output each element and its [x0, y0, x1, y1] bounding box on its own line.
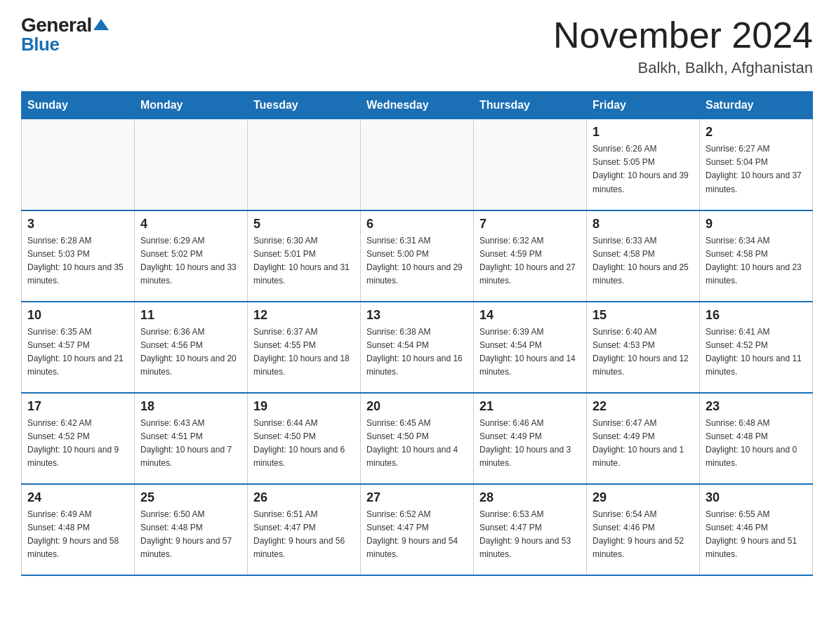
day-info: Sunrise: 6:45 AMSunset: 4:50 PMDaylight:…: [366, 417, 468, 471]
day-info: Sunrise: 6:40 AMSunset: 4:53 PMDaylight:…: [593, 326, 694, 380]
weekday-header-wednesday: Wednesday: [361, 92, 474, 119]
page-header: General Blue November 2024 Balkh, Balkh,…: [21, 14, 813, 77]
day-number: 23: [706, 399, 807, 414]
day-number: 2: [706, 125, 807, 140]
calendar-cell: 3Sunrise: 6:28 AMSunset: 5:03 PMDaylight…: [22, 210, 135, 302]
calendar-cell: 22Sunrise: 6:47 AMSunset: 4:49 PMDayligh…: [587, 393, 700, 484]
day-number: 21: [479, 399, 581, 414]
day-info: Sunrise: 6:32 AMSunset: 4:59 PMDaylight:…: [479, 234, 581, 288]
calendar-cell: 1Sunrise: 6:26 AMSunset: 5:05 PMDaylight…: [587, 119, 700, 210]
calendar-cell: 16Sunrise: 6:41 AMSunset: 4:52 PMDayligh…: [700, 302, 813, 393]
weekday-header-thursday: Thursday: [474, 92, 587, 119]
day-info: Sunrise: 6:47 AMSunset: 4:49 PMDaylight:…: [593, 417, 694, 471]
day-number: 5: [253, 217, 355, 232]
day-number: 29: [593, 490, 694, 505]
day-info: Sunrise: 6:37 AMSunset: 4:55 PMDaylight:…: [253, 326, 355, 380]
day-number: 17: [27, 399, 128, 414]
day-info: Sunrise: 6:34 AMSunset: 4:58 PMDaylight:…: [706, 234, 807, 288]
calendar-cell: 25Sunrise: 6:50 AMSunset: 4:48 PMDayligh…: [135, 484, 248, 575]
day-number: 4: [140, 217, 241, 232]
day-number: 15: [593, 308, 694, 323]
logo: General Blue: [21, 14, 109, 55]
calendar-cell: 23Sunrise: 6:48 AMSunset: 4:48 PMDayligh…: [700, 393, 813, 484]
calendar-cell: 12Sunrise: 6:37 AMSunset: 4:55 PMDayligh…: [248, 302, 361, 393]
calendar-cell: 27Sunrise: 6:52 AMSunset: 4:47 PMDayligh…: [361, 484, 474, 575]
day-info: Sunrise: 6:39 AMSunset: 4:54 PMDaylight:…: [479, 326, 581, 380]
calendar-cell: [135, 119, 248, 210]
day-number: 6: [366, 217, 468, 232]
calendar-cell: 30Sunrise: 6:55 AMSunset: 4:46 PMDayligh…: [700, 484, 813, 575]
day-info: Sunrise: 6:31 AMSunset: 5:00 PMDaylight:…: [366, 234, 468, 288]
day-info: Sunrise: 6:43 AMSunset: 4:51 PMDaylight:…: [140, 417, 241, 471]
calendar-cell: 28Sunrise: 6:53 AMSunset: 4:47 PMDayligh…: [474, 484, 587, 575]
day-number: 16: [706, 308, 807, 323]
day-info: Sunrise: 6:35 AMSunset: 4:57 PMDaylight:…: [27, 326, 128, 380]
day-info: Sunrise: 6:33 AMSunset: 4:58 PMDaylight:…: [593, 234, 694, 288]
day-number: 22: [593, 399, 694, 414]
calendar-cell: 20Sunrise: 6:45 AMSunset: 4:50 PMDayligh…: [361, 393, 474, 484]
day-info: Sunrise: 6:54 AMSunset: 4:46 PMDaylight:…: [593, 508, 694, 562]
day-number: 27: [366, 490, 468, 505]
calendar-cell: 14Sunrise: 6:39 AMSunset: 4:54 PMDayligh…: [474, 302, 587, 393]
calendar-cell: 7Sunrise: 6:32 AMSunset: 4:59 PMDaylight…: [474, 210, 587, 302]
logo-triangle-icon: [93, 18, 109, 30]
weekday-header-saturday: Saturday: [700, 92, 813, 119]
weekday-header-sunday: Sunday: [22, 92, 135, 119]
calendar-cell: 21Sunrise: 6:46 AMSunset: 4:49 PMDayligh…: [474, 393, 587, 484]
day-info: Sunrise: 6:44 AMSunset: 4:50 PMDaylight:…: [253, 417, 355, 471]
calendar-cell: 8Sunrise: 6:33 AMSunset: 4:58 PMDaylight…: [587, 210, 700, 302]
day-info: Sunrise: 6:28 AMSunset: 5:03 PMDaylight:…: [27, 234, 128, 288]
calendar-cell: 13Sunrise: 6:38 AMSunset: 4:54 PMDayligh…: [361, 302, 474, 393]
day-number: 19: [253, 399, 355, 414]
day-info: Sunrise: 6:42 AMSunset: 4:52 PMDaylight:…: [27, 417, 128, 471]
day-info: Sunrise: 6:41 AMSunset: 4:52 PMDaylight:…: [706, 326, 807, 380]
day-info: Sunrise: 6:36 AMSunset: 4:56 PMDaylight:…: [140, 326, 241, 380]
day-info: Sunrise: 6:53 AMSunset: 4:47 PMDaylight:…: [479, 508, 581, 562]
calendar-cell: [22, 119, 135, 210]
day-number: 30: [706, 490, 807, 505]
day-info: Sunrise: 6:52 AMSunset: 4:47 PMDaylight:…: [366, 508, 468, 562]
calendar-cell: 4Sunrise: 6:29 AMSunset: 5:02 PMDaylight…: [135, 210, 248, 302]
calendar-cell: 29Sunrise: 6:54 AMSunset: 4:46 PMDayligh…: [587, 484, 700, 575]
calendar-cell: 24Sunrise: 6:49 AMSunset: 4:48 PMDayligh…: [22, 484, 135, 575]
calendar-cell: 5Sunrise: 6:30 AMSunset: 5:01 PMDaylight…: [248, 210, 361, 302]
day-number: 13: [366, 308, 468, 323]
calendar-cell: 9Sunrise: 6:34 AMSunset: 4:58 PMDaylight…: [700, 210, 813, 302]
day-info: Sunrise: 6:51 AMSunset: 4:47 PMDaylight:…: [253, 508, 355, 562]
day-info: Sunrise: 6:29 AMSunset: 5:02 PMDaylight:…: [140, 234, 241, 288]
day-info: Sunrise: 6:27 AMSunset: 5:04 PMDaylight:…: [706, 142, 807, 196]
calendar-cell: 18Sunrise: 6:43 AMSunset: 4:51 PMDayligh…: [135, 393, 248, 484]
week-row-3: 10Sunrise: 6:35 AMSunset: 4:57 PMDayligh…: [22, 302, 813, 393]
day-info: Sunrise: 6:26 AMSunset: 5:05 PMDaylight:…: [593, 142, 694, 196]
day-number: 12: [253, 308, 355, 323]
week-row-4: 17Sunrise: 6:42 AMSunset: 4:52 PMDayligh…: [22, 393, 813, 484]
calendar-cell: [474, 119, 587, 210]
day-number: 9: [706, 217, 807, 232]
day-number: 14: [479, 308, 581, 323]
day-info: Sunrise: 6:49 AMSunset: 4:48 PMDaylight:…: [27, 508, 128, 562]
weekday-header-friday: Friday: [587, 92, 700, 119]
day-info: Sunrise: 6:50 AMSunset: 4:48 PMDaylight:…: [140, 508, 241, 562]
week-row-1: 1Sunrise: 6:26 AMSunset: 5:05 PMDaylight…: [22, 119, 813, 210]
calendar-table: SundayMondayTuesdayWednesdayThursdayFrid…: [21, 91, 813, 576]
day-info: Sunrise: 6:46 AMSunset: 4:49 PMDaylight:…: [479, 417, 581, 471]
day-info: Sunrise: 6:38 AMSunset: 4:54 PMDaylight:…: [366, 326, 468, 380]
day-number: 3: [27, 217, 128, 232]
calendar-cell: 6Sunrise: 6:31 AMSunset: 5:00 PMDaylight…: [361, 210, 474, 302]
page-title: November 2024: [553, 14, 813, 56]
day-number: 11: [140, 308, 241, 323]
day-info: Sunrise: 6:55 AMSunset: 4:46 PMDaylight:…: [706, 508, 807, 562]
week-row-5: 24Sunrise: 6:49 AMSunset: 4:48 PMDayligh…: [22, 484, 813, 575]
calendar-cell: [361, 119, 474, 210]
day-number: 1: [593, 125, 694, 140]
day-number: 24: [27, 490, 128, 505]
weekday-header-row: SundayMondayTuesdayWednesdayThursdayFrid…: [22, 92, 813, 119]
day-number: 20: [366, 399, 468, 414]
weekday-header-tuesday: Tuesday: [248, 92, 361, 119]
calendar-cell: 15Sunrise: 6:40 AMSunset: 4:53 PMDayligh…: [587, 302, 700, 393]
calendar-cell: 10Sunrise: 6:35 AMSunset: 4:57 PMDayligh…: [22, 302, 135, 393]
calendar-cell: 26Sunrise: 6:51 AMSunset: 4:47 PMDayligh…: [248, 484, 361, 575]
calendar-cell: [248, 119, 361, 210]
svg-marker-0: [93, 19, 109, 30]
calendar-cell: 17Sunrise: 6:42 AMSunset: 4:52 PMDayligh…: [22, 393, 135, 484]
